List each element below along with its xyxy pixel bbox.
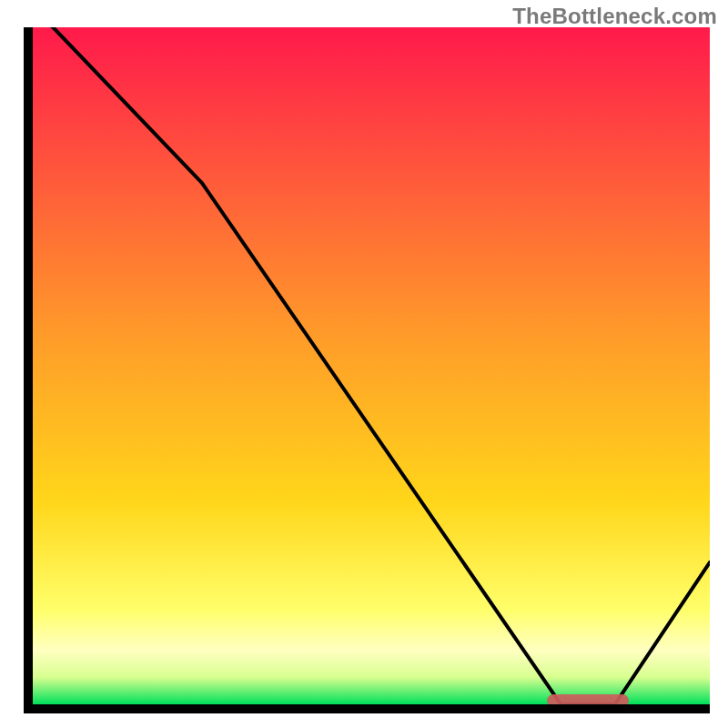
chart-canvas: TheBottleneck.com [0,0,728,728]
watermark-text: TheBottleneck.com [512,4,717,29]
plot-area [33,27,710,704]
optimal-range-marker [547,694,628,704]
bottleneck-curve [33,27,710,704]
plot-axes [24,27,710,713]
